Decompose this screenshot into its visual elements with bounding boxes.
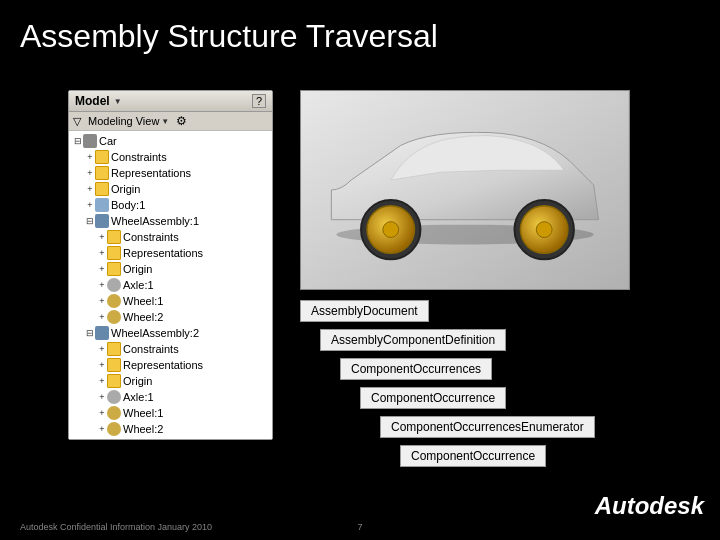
tree-item-wa2-wheel2[interactable]: + Wheel:2: [69, 421, 272, 437]
label-wa1-repr: Representations: [123, 247, 203, 259]
tree-item-wa2-origin[interactable]: + Origin: [69, 373, 272, 389]
model-dropdown-arrow[interactable]: ▼: [114, 97, 122, 106]
tree-item-wa1-wheel1[interactable]: + Wheel:1: [69, 293, 272, 309]
toolbar-view[interactable]: Modeling View ▼: [84, 115, 169, 127]
expand-car[interactable]: ⊟: [73, 136, 83, 146]
hier-box-comp-occurrence-2: ComponentOccurrence: [400, 445, 546, 467]
car-3d-image: [300, 90, 630, 290]
tree-item-wheelassembly1[interactable]: ⊟ WheelAssembly:1: [69, 213, 272, 229]
icon-wa2-wheel1: [107, 406, 121, 420]
icon-wa2-axle: [107, 390, 121, 404]
expand-wa2-axle[interactable]: +: [97, 392, 107, 402]
slide-title: Assembly Structure Traversal: [20, 18, 438, 55]
tree-item-wa2-wheel1[interactable]: + Wheel:1: [69, 405, 272, 421]
expand-constraints1[interactable]: +: [85, 152, 95, 162]
label-car: Car: [99, 135, 117, 147]
expand-wa1-origin[interactable]: +: [97, 264, 107, 274]
label-body1: Body:1: [111, 199, 145, 211]
icon-car: [83, 134, 97, 148]
autodesk-logo: Autodesk: [595, 492, 704, 520]
tree-item-car[interactable]: ⊟ Car: [69, 133, 272, 149]
tree-toolbar: ▽ Modeling View ▼ ⚙: [69, 112, 272, 131]
filter-icon: ▽: [73, 115, 81, 128]
tree-item-wa2-repr[interactable]: + Representations: [69, 357, 272, 373]
label-wa2-wheel2: Wheel:2: [123, 423, 163, 435]
label-wa2-axle: Axle:1: [123, 391, 154, 403]
label-wa2-wheel1: Wheel:1: [123, 407, 163, 419]
expand-body1[interactable]: +: [85, 200, 95, 210]
view-dropdown-arrow: ▼: [161, 117, 169, 126]
expand-representations1[interactable]: +: [85, 168, 95, 178]
icon-assembly2: [95, 326, 109, 340]
expand-wa2-repr[interactable]: +: [97, 360, 107, 370]
tree-content: ⊟ Car + Constraints + Representations + …: [69, 131, 272, 439]
expand-wheelassembly2[interactable]: ⊟: [85, 328, 95, 338]
hier-row-3: ComponentOccurrences: [300, 358, 660, 384]
expand-wa1-constraints[interactable]: +: [97, 232, 107, 242]
tree-item-wa1-origin[interactable]: + Origin: [69, 261, 272, 277]
icon-wa1-axle: [107, 278, 121, 292]
expand-wa1-axle[interactable]: +: [97, 280, 107, 290]
tree-item-wa1-constraints[interactable]: + Constraints: [69, 229, 272, 245]
hier-row-1: AssemblyDocument: [300, 300, 660, 326]
hier-box-assembly-doc: AssemblyDocument: [300, 300, 429, 322]
icon-wa1-wheel2: [107, 310, 121, 324]
hier-row-5: ComponentOccurrencesEnumerator: [300, 416, 660, 442]
tree-item-body1[interactable]: + Body:1: [69, 197, 272, 213]
expand-wa2-constraints[interactable]: +: [97, 344, 107, 354]
hier-box-comp-def: AssemblyComponentDefinition: [320, 329, 506, 351]
icon-wa1-origin: [107, 262, 121, 276]
label-wa1-wheel1: Wheel:1: [123, 295, 163, 307]
expand-wa1-repr[interactable]: +: [97, 248, 107, 258]
hier-box-comp-occurrences-enum: ComponentOccurrencesEnumerator: [380, 416, 595, 438]
svg-point-7: [536, 222, 552, 238]
label-representations1: Representations: [111, 167, 191, 179]
label-wheelassembly2: WheelAssembly:2: [111, 327, 199, 339]
label-constraints1: Constraints: [111, 151, 167, 163]
label-wa1-origin: Origin: [123, 263, 152, 275]
expand-origin1[interactable]: +: [85, 184, 95, 194]
tree-item-constraints1[interactable]: + Constraints: [69, 149, 272, 165]
icon-wa1-constraints: [107, 230, 121, 244]
expand-wa2-origin[interactable]: +: [97, 376, 107, 386]
tree-item-origin1[interactable]: + Origin: [69, 181, 272, 197]
icon-assembly1: [95, 214, 109, 228]
icon-folder-constraints1: [95, 150, 109, 164]
label-wa1-constraints: Constraints: [123, 231, 179, 243]
expand-wheelassembly1[interactable]: ⊟: [85, 216, 95, 226]
view-label: Modeling View: [88, 115, 159, 127]
expand-wa1-wheel1[interactable]: +: [97, 296, 107, 306]
page-number: 7: [357, 522, 362, 532]
expand-wa2-wheel1[interactable]: +: [97, 408, 107, 418]
tree-item-representations1[interactable]: + Representations: [69, 165, 272, 181]
icon-wa2-constraints: [107, 342, 121, 356]
footer-text: Autodesk Confidential Information Januar…: [20, 522, 212, 532]
label-wa2-constraints: Constraints: [123, 343, 179, 355]
icon-wa1-repr: [107, 246, 121, 260]
tree-item-wa1-repr[interactable]: + Representations: [69, 245, 272, 261]
label-wa1-wheel2: Wheel:2: [123, 311, 163, 323]
icon-wa2-repr: [107, 358, 121, 372]
toolbar-icon[interactable]: ⚙: [176, 114, 187, 128]
tree-item-wa2-constraints[interactable]: + Constraints: [69, 341, 272, 357]
hier-row-6: ComponentOccurrence: [300, 445, 660, 471]
label-wa2-repr: Representations: [123, 359, 203, 371]
tree-item-wa1-axle[interactable]: + Axle:1: [69, 277, 272, 293]
expand-wa1-wheel2[interactable]: +: [97, 312, 107, 322]
icon-folder-representations1: [95, 166, 109, 180]
model-title-label: Model: [75, 94, 110, 108]
hier-box-comp-occurrences: ComponentOccurrences: [340, 358, 492, 380]
model-tree-panel: Model ▼ ? ▽ Modeling View ▼ ⚙ ⊟ Car + Co…: [68, 90, 273, 440]
icon-wa1-wheel1: [107, 294, 121, 308]
tree-help-btn[interactable]: ?: [252, 94, 266, 108]
expand-wa2-wheel2[interactable]: +: [97, 424, 107, 434]
tree-item-wheelassembly2[interactable]: ⊟ WheelAssembly:2: [69, 325, 272, 341]
tree-item-wa1-wheel2[interactable]: + Wheel:2: [69, 309, 272, 325]
icon-wa2-wheel2: [107, 422, 121, 436]
toolbar-filter[interactable]: ▽: [73, 115, 81, 128]
icon-folder-origin1: [95, 182, 109, 196]
hier-row-2: AssemblyComponentDefinition: [300, 329, 660, 355]
label-origin1: Origin: [111, 183, 140, 195]
icon-body1: [95, 198, 109, 212]
tree-item-wa2-axle[interactable]: + Axle:1: [69, 389, 272, 405]
